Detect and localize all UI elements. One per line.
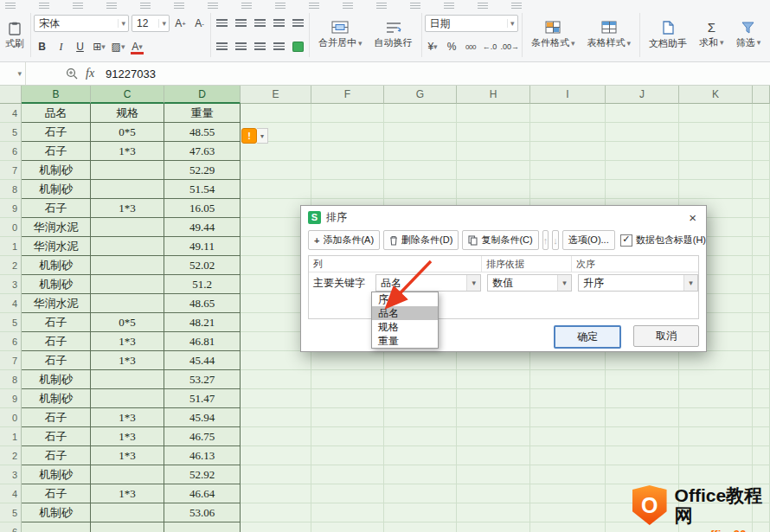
cell[interactable] (679, 465, 753, 484)
cell[interactable] (311, 370, 384, 389)
cell[interactable] (457, 465, 530, 484)
cell[interactable] (457, 484, 530, 503)
cell[interactable]: 1*3 (91, 351, 164, 370)
cell[interactable] (457, 503, 530, 522)
dropdown-item-1[interactable]: 品名 (372, 306, 438, 320)
cell[interactable] (384, 503, 457, 522)
cell[interactable] (311, 465, 384, 484)
sum-button[interactable]: Σ 求和▾ (693, 9, 730, 61)
cell[interactable]: 石子 (22, 313, 91, 332)
cell[interactable] (241, 104, 311, 123)
has-header-checkbox[interactable]: ✓ 数据包含标题(H) (620, 234, 706, 247)
cell[interactable] (311, 522, 384, 532)
row-header[interactable]: 6 (0, 142, 22, 161)
filter-button[interactable]: 筛选▾ (730, 9, 767, 61)
font-size-combo[interactable]: 12▾ (132, 15, 170, 32)
cell[interactable] (311, 484, 384, 503)
cell[interactable] (241, 446, 311, 465)
cell[interactable] (679, 408, 753, 427)
cell[interactable] (457, 161, 530, 180)
cell[interactable] (311, 123, 384, 142)
cell[interactable] (753, 332, 770, 351)
row-header[interactable]: 3 (0, 275, 22, 294)
cell[interactable] (311, 351, 384, 370)
cell[interactable] (679, 161, 753, 180)
row-header[interactable]: 4 (0, 484, 22, 503)
toolbar-fragment-icon[interactable] (208, 3, 218, 9)
cell[interactable] (457, 408, 530, 427)
copy-condition-button[interactable]: 复制条件(C) (462, 230, 538, 250)
cell[interactable] (530, 408, 606, 427)
cell[interactable] (606, 104, 679, 123)
paste-icon[interactable] (7, 21, 23, 37)
cell[interactable] (311, 142, 384, 161)
cell[interactable] (753, 351, 770, 370)
cell[interactable]: 45.44 (164, 351, 241, 370)
cell[interactable] (753, 180, 770, 199)
row-header[interactable]: 0 (0, 408, 22, 427)
justify-icon[interactable] (271, 39, 287, 55)
cell[interactable] (679, 123, 753, 142)
toolbar-fragment-icon[interactable] (444, 3, 454, 9)
cell[interactable] (679, 389, 753, 408)
cell[interactable] (530, 503, 606, 522)
dropdown-item-2[interactable]: 规格 (372, 320, 438, 334)
cell[interactable] (384, 427, 457, 446)
row-header[interactable]: 8 (0, 370, 22, 389)
cell[interactable]: 机制砂 (22, 503, 91, 522)
cell[interactable]: 石子 (22, 199, 91, 218)
cell[interactable] (311, 427, 384, 446)
cell[interactable] (753, 313, 770, 332)
cell[interactable] (606, 465, 679, 484)
cell[interactable]: 1*3 (91, 484, 164, 503)
align-right-icon[interactable] (252, 39, 268, 55)
cell[interactable]: 1*3 (91, 332, 164, 351)
row-header[interactable]: 5 (0, 313, 22, 332)
row-header[interactable]: 6 (0, 332, 22, 351)
cell[interactable] (457, 446, 530, 465)
cell[interactable]: 机制砂 (22, 465, 91, 484)
cell[interactable] (91, 503, 164, 522)
select-all-corner[interactable] (0, 86, 22, 104)
cell[interactable] (241, 142, 311, 161)
cell[interactable] (606, 408, 679, 427)
align-center-icon[interactable] (233, 39, 249, 55)
cell[interactable] (91, 465, 164, 484)
cell[interactable] (91, 294, 164, 313)
cell[interactable] (311, 503, 384, 522)
options-button[interactable]: 选项(O)... (562, 230, 615, 250)
cell[interactable]: 51.47 (164, 389, 241, 408)
cell[interactable] (91, 256, 164, 275)
cancel-button[interactable]: 取消 (633, 325, 699, 347)
column-header-D[interactable]: D (164, 86, 241, 104)
row-header[interactable]: 8 (0, 180, 22, 199)
cell[interactable] (241, 389, 311, 408)
combo-caret-icon[interactable]: ▾ (683, 275, 697, 291)
cell[interactable] (311, 104, 384, 123)
cell[interactable] (384, 446, 457, 465)
cell[interactable]: 石子 (22, 142, 91, 161)
row-header[interactable]: 0 (0, 218, 22, 237)
sort-order-combo[interactable]: 升序▾ (578, 274, 698, 292)
cell[interactable] (457, 142, 530, 161)
toolbar-fragment-icon[interactable] (410, 3, 420, 9)
sort-key-combo[interactable]: 品名▾ (375, 274, 481, 292)
cell[interactable]: 1*3 (91, 199, 164, 218)
cell[interactable] (606, 427, 679, 446)
cell[interactable]: 48.65 (164, 294, 241, 313)
cell[interactable] (311, 161, 384, 180)
cell[interactable]: 重量 (164, 104, 241, 123)
cell[interactable]: 47.63 (164, 142, 241, 161)
cell[interactable] (753, 370, 770, 389)
cell[interactable] (530, 104, 606, 123)
row-header[interactable]: 2 (0, 446, 22, 465)
close-icon[interactable]: × (686, 210, 699, 225)
cell[interactable] (384, 104, 457, 123)
cell[interactable] (753, 389, 770, 408)
delete-condition-button[interactable]: 删除条件(D) (383, 230, 459, 250)
cell[interactable] (753, 104, 770, 123)
column-header-J[interactable]: J (606, 86, 679, 104)
wrap-text-button[interactable]: 自动换行 (369, 9, 419, 61)
cell[interactable] (606, 389, 679, 408)
toolbar-fragment-icon[interactable] (478, 3, 488, 9)
